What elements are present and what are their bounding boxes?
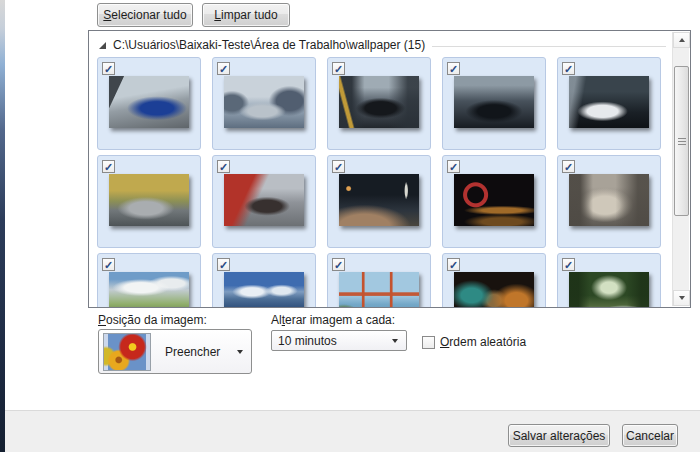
thumbnail-checkbox[interactable]: ✓ <box>447 160 460 173</box>
thumbnail-cell[interactable]: ✓ <box>212 253 316 308</box>
thumbnail-image[interactable] <box>454 76 534 128</box>
thumbnail-checkbox[interactable]: ✓ <box>217 62 230 75</box>
shuffle-checkbox[interactable] <box>422 336 435 349</box>
check-icon: ✓ <box>219 260 228 270</box>
check-icon: ✓ <box>104 260 113 270</box>
interval-select[interactable]: 10 minutos <box>271 330 407 351</box>
check-icon: ✓ <box>449 260 458 270</box>
thumbnail-image[interactable] <box>569 76 649 128</box>
scroll-thumb[interactable] <box>674 66 689 216</box>
grip-icon <box>678 138 686 145</box>
thumbnail-checkbox[interactable]: ✓ <box>562 258 575 271</box>
thumbnail-cell[interactable]: ✓ <box>442 155 546 248</box>
thumbnail-cell[interactable]: ✓ <box>212 155 316 248</box>
check-icon: ✓ <box>564 162 573 172</box>
thumbnail-cell[interactable]: ✓ <box>442 253 546 308</box>
check-icon: ✓ <box>104 162 113 172</box>
thumbnail-cell[interactable]: ✓ <box>327 253 431 308</box>
thumbnail-image[interactable] <box>454 174 534 226</box>
thumbnail-image[interactable] <box>109 174 189 226</box>
change-interval-label: Alterar imagem a cada: <box>271 313 395 327</box>
thumbnail-cell[interactable]: ✓ <box>327 57 431 150</box>
interval-value: 10 minutos <box>278 334 337 348</box>
scroll-up-button[interactable] <box>673 32 690 48</box>
thumbnail-checkbox[interactable]: ✓ <box>102 258 115 271</box>
thumbnail-image[interactable] <box>224 174 304 226</box>
shuffle-option: Ordem aleatória <box>422 335 526 349</box>
chevron-down-icon <box>237 350 243 354</box>
check-icon: ✓ <box>449 64 458 74</box>
thumbnail-image[interactable] <box>109 76 189 128</box>
thumbnail-image[interactable] <box>224 272 304 308</box>
thumbnail-image[interactable] <box>569 174 649 226</box>
check-icon: ✓ <box>564 260 573 270</box>
thumbnail-checkbox[interactable]: ✓ <box>217 258 230 271</box>
check-icon: ✓ <box>334 64 343 74</box>
window-edge <box>0 0 5 452</box>
thumbnail-checkbox[interactable]: ✓ <box>447 258 460 271</box>
clear-all-button[interactable]: Limpar tudo <box>202 3 290 27</box>
thumbnail-image[interactable] <box>454 272 534 308</box>
vertical-scrollbar[interactable] <box>672 32 689 306</box>
thumbnail-checkbox[interactable]: ✓ <box>447 62 460 75</box>
thumbnail-grid: ✓ ✓ ✓ ✓ ✓ ✓ ✓ ✓ ✓ ✓ ✓ ✓ <box>97 57 661 308</box>
scroll-down-button[interactable] <box>673 290 690 306</box>
wallpaper-list[interactable]: C:\Usuários\Baixaki-Teste\Área de Trabal… <box>88 30 691 308</box>
thumbnail-image[interactable] <box>109 272 189 308</box>
select-all-button[interactable]: Selecionar tudo <box>97 3 193 27</box>
picture-position-select[interactable]: Preencher <box>98 329 252 374</box>
folder-path: C:\Usuários\Baixaki-Teste\Área de Trabal… <box>113 38 425 52</box>
thumbnail-image[interactable] <box>569 272 649 308</box>
check-icon: ✓ <box>334 260 343 270</box>
save-button[interactable]: Salvar alterações <box>508 424 610 447</box>
cancel-button[interactable]: Cancelar <box>622 424 678 447</box>
thumbnail-cell[interactable]: ✓ <box>212 57 316 150</box>
up-arrow-icon <box>679 38 685 42</box>
thumbnail-cell[interactable]: ✓ <box>557 155 661 248</box>
thumbnail-cell[interactable]: ✓ <box>327 155 431 248</box>
thumbnail-image[interactable] <box>224 76 304 128</box>
picture-position-label: Posição da imagem: <box>98 313 207 327</box>
check-icon: ✓ <box>104 64 113 74</box>
check-icon: ✓ <box>334 162 343 172</box>
thumbnail-checkbox[interactable]: ✓ <box>217 160 230 173</box>
clear-all-label: L <box>214 8 221 22</box>
position-preview-image <box>103 333 151 371</box>
thumbnail-checkbox[interactable]: ✓ <box>562 160 575 173</box>
group-separator <box>432 46 666 47</box>
thumbnail-checkbox[interactable]: ✓ <box>102 160 115 173</box>
thumbnail-checkbox[interactable]: ✓ <box>102 62 115 75</box>
down-arrow-icon <box>679 296 685 300</box>
thumbnail-cell[interactable]: ✓ <box>97 57 201 150</box>
thumbnail-checkbox[interactable]: ✓ <box>562 62 575 75</box>
chevron-down-icon <box>392 339 398 343</box>
folder-group-header: C:\Usuários\Baixaki-Teste\Área de Trabal… <box>99 37 666 53</box>
thumbnail-cell[interactable]: ✓ <box>97 155 201 248</box>
check-icon: ✓ <box>219 64 228 74</box>
check-icon: ✓ <box>219 162 228 172</box>
thumbnail-checkbox[interactable]: ✓ <box>332 62 345 75</box>
thumbnail-image[interactable] <box>339 174 419 226</box>
thumbnail-cell[interactable]: ✓ <box>557 253 661 308</box>
thumbnail-image[interactable] <box>339 272 419 308</box>
thumbnail-cell[interactable]: ✓ <box>442 57 546 150</box>
thumbnail-checkbox[interactable]: ✓ <box>332 160 345 173</box>
thumbnail-image[interactable] <box>339 76 419 128</box>
thumbnail-cell[interactable]: ✓ <box>97 253 201 308</box>
collapse-arrow-icon[interactable] <box>99 42 106 49</box>
check-icon: ✓ <box>449 162 458 172</box>
thumbnail-checkbox[interactable]: ✓ <box>332 258 345 271</box>
check-icon: ✓ <box>564 64 573 74</box>
position-value: Preencher <box>165 345 220 359</box>
thumbnail-cell[interactable]: ✓ <box>557 57 661 150</box>
shuffle-label: Ordem aleatória <box>440 335 526 349</box>
